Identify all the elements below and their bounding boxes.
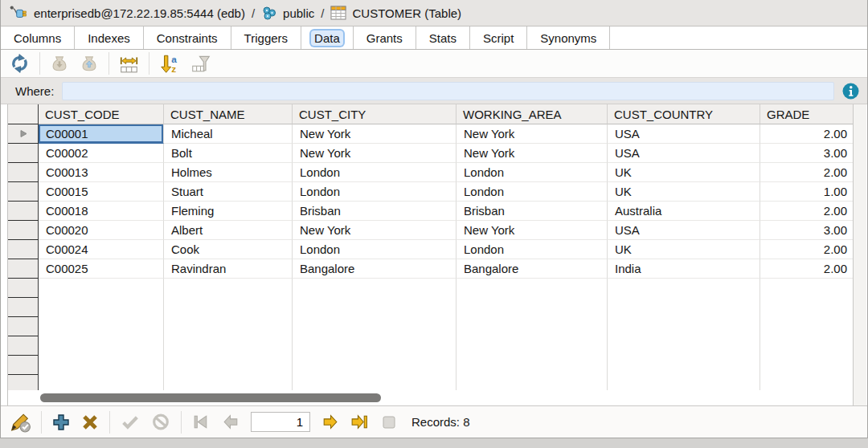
cell[interactable]: Albert [164, 221, 293, 240]
tab-stats[interactable]: Stats [416, 26, 470, 49]
cell[interactable]: C00015 [39, 182, 164, 202]
cell[interactable]: Cook [164, 240, 293, 259]
tab-script[interactable]: Script [470, 26, 527, 49]
info-icon[interactable] [842, 83, 859, 100]
cell[interactable]: C00020 [39, 221, 164, 240]
cell[interactable]: C00018 [39, 202, 164, 221]
refresh-icon[interactable] [9, 53, 31, 74]
cell[interactable]: London [457, 240, 608, 259]
tab-constraints[interactable]: Constraints [144, 26, 231, 49]
empty-cell [39, 356, 164, 375]
cell[interactable]: London [457, 182, 608, 202]
cancel-block-icon[interactable] [150, 412, 171, 432]
cell[interactable]: Bangalore [457, 259, 608, 279]
cell[interactable]: Bolt [164, 144, 293, 163]
column-header-cust_name[interactable]: CUST_NAME [164, 104, 293, 124]
cell[interactable]: 2.00 [760, 124, 854, 144]
horizontal-scrollbar[interactable] [8, 390, 854, 405]
cell[interactable]: 3.00 [760, 221, 854, 240]
cell[interactable]: 2.00 [760, 240, 854, 259]
row-selector[interactable] [8, 259, 39, 279]
cell[interactable]: New York [457, 124, 608, 144]
column-header-cust_country[interactable]: CUST_COUNTRY [608, 104, 760, 124]
cell[interactable]: Stuart [164, 182, 293, 202]
column-header-working_area[interactable]: WORKING_AREA [457, 104, 608, 124]
cell[interactable]: C00013 [39, 163, 164, 182]
delete-row-x-icon[interactable] [80, 413, 100, 432]
cell[interactable]: Brisban [457, 202, 608, 221]
toolbar-separator [108, 52, 109, 75]
filter-table-icon[interactable] [190, 53, 211, 74]
tab-indexes[interactable]: Indexes [75, 26, 144, 49]
tab-triggers[interactable]: Triggers [231, 26, 301, 49]
cell[interactable]: Brisban [293, 202, 457, 221]
cell[interactable]: UK [608, 240, 760, 259]
cell[interactable]: 1.00 [760, 182, 854, 202]
sack-arrow-down-icon[interactable] [49, 53, 70, 74]
cell[interactable]: New York [457, 144, 608, 163]
cell[interactable]: Ravindran [164, 259, 293, 279]
cell[interactable]: London [457, 163, 608, 182]
cell[interactable]: New York [293, 221, 457, 240]
cell[interactable]: Fleming [164, 202, 293, 221]
tab-columns[interactable]: Columns [1, 26, 75, 49]
cell[interactable]: 3.00 [760, 144, 854, 163]
first-record-icon[interactable] [191, 412, 211, 432]
cell[interactable]: Bangalore [293, 259, 457, 279]
cell[interactable]: London [293, 182, 457, 202]
cell[interactable]: Holmes [164, 163, 293, 182]
row-selector[interactable] [8, 182, 39, 202]
where-clause-input[interactable] [62, 82, 834, 100]
tab-grants[interactable]: Grants [354, 26, 416, 49]
empty-cell [760, 298, 854, 317]
row-selector[interactable] [8, 240, 39, 259]
sack-arrow-up-icon[interactable] [79, 53, 100, 74]
horizontal-scrollbar-thumb[interactable] [40, 393, 381, 402]
cell[interactable]: C00024 [39, 240, 164, 259]
cell[interactable]: C00001 [39, 124, 164, 144]
fit-columns-icon[interactable] [118, 53, 140, 74]
connection-label: enterprisedb@172.22.19.85:5444 (edb) [34, 6, 245, 20]
add-row-plus-icon[interactable] [51, 413, 71, 432]
tab-synonyms[interactable]: Synonyms [527, 26, 610, 49]
cell[interactable]: New York [293, 144, 457, 163]
stop-square-icon[interactable] [379, 413, 399, 432]
cell[interactable]: USA [608, 221, 760, 240]
tab-data[interactable]: Data [301, 26, 354, 49]
last-record-icon[interactable] [350, 412, 370, 432]
cell[interactable]: UK [608, 163, 760, 182]
cell[interactable]: USA [608, 124, 760, 144]
cell[interactable]: London [293, 240, 457, 259]
cell[interactable]: 2.00 [760, 163, 854, 182]
row-selector[interactable] [8, 202, 39, 221]
empty-cell [457, 298, 608, 317]
cell[interactable]: New York [293, 124, 457, 144]
cell[interactable]: C00002 [39, 144, 164, 163]
cell[interactable]: Australia [608, 202, 760, 221]
edit-pencil-icon[interactable] [9, 411, 31, 433]
row-selector[interactable] [8, 163, 39, 182]
cell[interactable]: Micheal [164, 124, 293, 144]
next-record-icon[interactable] [320, 412, 340, 432]
previous-record-icon[interactable] [221, 412, 241, 432]
column-header-cust_city[interactable]: CUST_CITY [293, 104, 457, 124]
row-selector[interactable] [8, 221, 39, 240]
cell[interactable]: London [293, 163, 457, 182]
cell[interactable]: USA [608, 144, 760, 163]
row-selector[interactable] [8, 124, 39, 144]
cell[interactable]: 2.00 [760, 202, 854, 221]
page-number-input[interactable] [251, 412, 310, 432]
empty-cell [760, 317, 854, 336]
vertical-scrollbar[interactable] [853, 104, 866, 405]
cell[interactable]: C00025 [39, 259, 164, 279]
cell[interactable]: 2.00 [760, 259, 854, 279]
cell[interactable]: New York [457, 221, 608, 240]
table-row: C00020AlbertNew YorkNew YorkUSA3.00 [8, 221, 854, 240]
cell[interactable]: India [608, 259, 760, 279]
commit-check-icon[interactable] [120, 412, 141, 432]
column-header-cust_code[interactable]: CUST_CODE [39, 104, 164, 124]
cell[interactable]: UK [608, 182, 760, 202]
column-header-grade[interactable]: GRADE [760, 104, 855, 124]
row-selector[interactable] [8, 144, 39, 163]
sort-az-icon[interactable]: a z [158, 53, 181, 75]
